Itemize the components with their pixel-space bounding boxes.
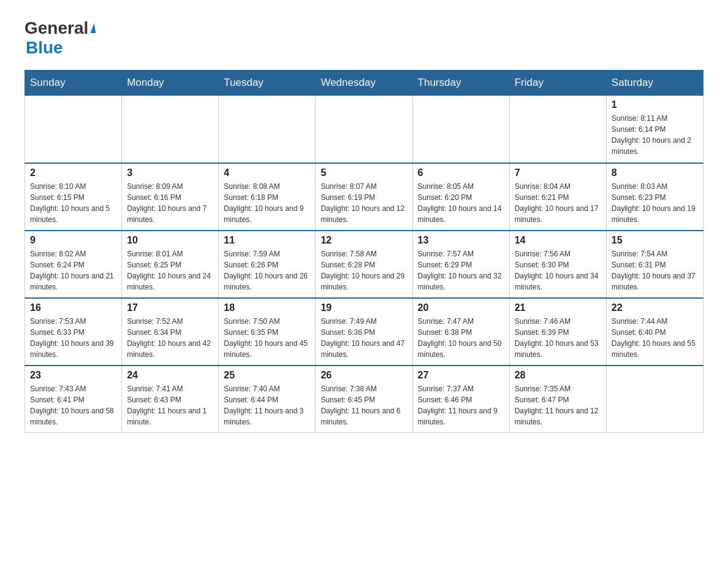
calendar-day-cell: 20Sunrise: 7:47 AM Sunset: 6:38 PM Dayli… <box>412 298 509 366</box>
day-number: 26 <box>320 370 407 381</box>
day-info: Sunrise: 7:58 AM Sunset: 6:28 PM Dayligh… <box>320 248 407 293</box>
calendar-day-cell: 25Sunrise: 7:40 AM Sunset: 6:44 PM Dayli… <box>219 366 316 433</box>
calendar-day-cell: 14Sunrise: 7:56 AM Sunset: 6:30 PM Dayli… <box>509 231 606 298</box>
day-info: Sunrise: 8:08 AM Sunset: 6:18 PM Dayligh… <box>224 181 310 225</box>
day-info: Sunrise: 8:02 AM Sunset: 6:24 PM Dayligh… <box>30 248 116 293</box>
weekday-header-monday: Monday <box>122 71 219 96</box>
day-number: 4 <box>224 167 310 178</box>
day-info: Sunrise: 7:49 AM Sunset: 6:36 PM Dayligh… <box>320 316 407 360</box>
calendar-day-cell: 18Sunrise: 7:50 AM Sunset: 6:35 PM Dayli… <box>219 298 316 366</box>
calendar-day-cell: 26Sunrise: 7:38 AM Sunset: 6:45 PM Dayli… <box>316 366 412 433</box>
day-number: 22 <box>612 302 698 313</box>
day-info: Sunrise: 8:03 AM Sunset: 6:23 PM Dayligh… <box>612 181 698 225</box>
day-number: 8 <box>612 167 698 178</box>
weekday-header-thursday: Thursday <box>412 71 509 96</box>
calendar-week-row: 2Sunrise: 8:10 AM Sunset: 6:15 PM Daylig… <box>25 163 703 231</box>
calendar-day-cell: 22Sunrise: 7:44 AM Sunset: 6:40 PM Dayli… <box>606 298 703 366</box>
day-info: Sunrise: 7:56 AM Sunset: 6:30 PM Dayligh… <box>515 248 601 293</box>
day-info: Sunrise: 7:50 AM Sunset: 6:35 PM Dayligh… <box>224 316 310 360</box>
calendar-day-cell: 17Sunrise: 7:52 AM Sunset: 6:34 PM Dayli… <box>122 298 219 366</box>
calendar-day-cell: 19Sunrise: 7:49 AM Sunset: 6:36 PM Dayli… <box>316 298 412 366</box>
calendar-week-row: 23Sunrise: 7:43 AM Sunset: 6:41 PM Dayli… <box>25 366 703 433</box>
calendar-day-cell: 11Sunrise: 7:59 AM Sunset: 6:26 PM Dayli… <box>219 231 316 298</box>
day-info: Sunrise: 8:11 AM Sunset: 6:14 PM Dayligh… <box>612 113 698 157</box>
calendar-day-cell: 13Sunrise: 7:57 AM Sunset: 6:29 PM Dayli… <box>412 231 509 298</box>
day-info: Sunrise: 8:09 AM Sunset: 6:16 PM Dayligh… <box>127 181 213 225</box>
calendar-day-cell <box>606 366 703 433</box>
day-number: 23 <box>30 370 116 381</box>
day-number: 18 <box>224 302 310 313</box>
calendar-day-cell <box>122 96 219 163</box>
day-number: 5 <box>320 167 407 178</box>
day-number: 17 <box>127 302 213 313</box>
day-number: 11 <box>224 235 310 246</box>
calendar-week-row: 1Sunrise: 8:11 AM Sunset: 6:14 PM Daylig… <box>25 96 703 163</box>
day-number: 9 <box>30 235 116 246</box>
calendar-day-cell: 5Sunrise: 8:07 AM Sunset: 6:19 PM Daylig… <box>316 163 412 231</box>
day-number: 6 <box>418 167 504 178</box>
day-number: 10 <box>127 235 213 246</box>
calendar-day-cell: 3Sunrise: 8:09 AM Sunset: 6:16 PM Daylig… <box>122 163 219 231</box>
calendar-day-cell <box>412 96 509 163</box>
weekday-header-sunday: Sunday <box>25 71 122 96</box>
day-number: 20 <box>418 302 504 313</box>
day-info: Sunrise: 7:57 AM Sunset: 6:29 PM Dayligh… <box>418 248 504 293</box>
calendar-day-cell: 10Sunrise: 8:01 AM Sunset: 6:25 PM Dayli… <box>122 231 219 298</box>
day-number: 27 <box>418 370 504 381</box>
day-info: Sunrise: 7:35 AM Sunset: 6:47 PM Dayligh… <box>515 383 601 427</box>
weekday-header-wednesday: Wednesday <box>316 71 412 96</box>
day-info: Sunrise: 8:10 AM Sunset: 6:15 PM Dayligh… <box>30 181 116 225</box>
weekday-header-saturday: Saturday <box>606 71 703 96</box>
day-number: 7 <box>515 167 601 178</box>
day-number: 16 <box>30 302 116 313</box>
calendar-day-cell: 9Sunrise: 8:02 AM Sunset: 6:24 PM Daylig… <box>25 231 122 298</box>
day-info: Sunrise: 7:46 AM Sunset: 6:39 PM Dayligh… <box>515 316 601 360</box>
day-number: 15 <box>612 235 698 246</box>
day-number: 13 <box>418 235 504 246</box>
day-number: 14 <box>515 235 601 246</box>
day-number: 19 <box>320 302 407 313</box>
day-number: 28 <box>515 370 601 381</box>
day-info: Sunrise: 8:04 AM Sunset: 6:21 PM Dayligh… <box>515 181 601 225</box>
day-info: Sunrise: 7:52 AM Sunset: 6:34 PM Dayligh… <box>127 316 213 360</box>
day-info: Sunrise: 7:37 AM Sunset: 6:46 PM Dayligh… <box>418 383 504 427</box>
calendar-day-cell: 16Sunrise: 7:53 AM Sunset: 6:33 PM Dayli… <box>25 298 122 366</box>
calendar-day-cell: 21Sunrise: 7:46 AM Sunset: 6:39 PM Dayli… <box>509 298 606 366</box>
day-info: Sunrise: 7:40 AM Sunset: 6:44 PM Dayligh… <box>224 383 310 427</box>
calendar-day-cell: 2Sunrise: 8:10 AM Sunset: 6:15 PM Daylig… <box>25 163 122 231</box>
weekday-header-row: SundayMondayTuesdayWednesdayThursdayFrid… <box>25 71 703 96</box>
calendar-day-cell: 8Sunrise: 8:03 AM Sunset: 6:23 PM Daylig… <box>606 163 703 231</box>
day-number: 25 <box>224 370 310 381</box>
calendar-week-row: 16Sunrise: 7:53 AM Sunset: 6:33 PM Dayli… <box>25 298 703 366</box>
day-info: Sunrise: 7:53 AM Sunset: 6:33 PM Dayligh… <box>30 316 116 360</box>
calendar-week-row: 9Sunrise: 8:02 AM Sunset: 6:24 PM Daylig… <box>25 231 703 298</box>
day-info: Sunrise: 7:44 AM Sunset: 6:40 PM Dayligh… <box>612 316 698 360</box>
calendar-day-cell: 1Sunrise: 8:11 AM Sunset: 6:14 PM Daylig… <box>606 96 703 163</box>
calendar-day-cell <box>316 96 412 163</box>
day-info: Sunrise: 8:05 AM Sunset: 6:20 PM Dayligh… <box>418 181 504 225</box>
logo-text-blue: Blue <box>26 38 63 58</box>
calendar-day-cell: 27Sunrise: 7:37 AM Sunset: 6:46 PM Dayli… <box>412 366 509 433</box>
calendar-day-cell: 7Sunrise: 8:04 AM Sunset: 6:21 PM Daylig… <box>509 163 606 231</box>
weekday-header-tuesday: Tuesday <box>219 71 316 96</box>
day-number: 21 <box>515 302 601 313</box>
calendar-day-cell <box>509 96 606 163</box>
calendar-day-cell: 12Sunrise: 7:58 AM Sunset: 6:28 PM Dayli… <box>316 231 412 298</box>
calendar-table: SundayMondayTuesdayWednesdayThursdayFrid… <box>25 70 703 433</box>
page-header: General Blue <box>25 18 703 58</box>
calendar-day-cell <box>219 96 316 163</box>
calendar-day-cell: 23Sunrise: 7:43 AM Sunset: 6:41 PM Dayli… <box>25 366 122 433</box>
calendar-day-cell: 28Sunrise: 7:35 AM Sunset: 6:47 PM Dayli… <box>509 366 606 433</box>
calendar-day-cell: 24Sunrise: 7:41 AM Sunset: 6:43 PM Dayli… <box>122 366 219 433</box>
day-number: 2 <box>30 167 116 178</box>
day-info: Sunrise: 7:43 AM Sunset: 6:41 PM Dayligh… <box>30 383 116 427</box>
day-number: 1 <box>612 99 698 110</box>
day-number: 3 <box>127 167 213 178</box>
day-info: Sunrise: 7:47 AM Sunset: 6:38 PM Dayligh… <box>418 316 504 360</box>
day-info: Sunrise: 8:01 AM Sunset: 6:25 PM Dayligh… <box>127 248 213 293</box>
day-info: Sunrise: 7:54 AM Sunset: 6:31 PM Dayligh… <box>612 248 698 293</box>
day-info: Sunrise: 8:07 AM Sunset: 6:19 PM Dayligh… <box>320 181 407 225</box>
calendar-day-cell <box>25 96 122 163</box>
day-info: Sunrise: 7:38 AM Sunset: 6:45 PM Dayligh… <box>320 383 407 427</box>
day-number: 12 <box>320 235 407 246</box>
